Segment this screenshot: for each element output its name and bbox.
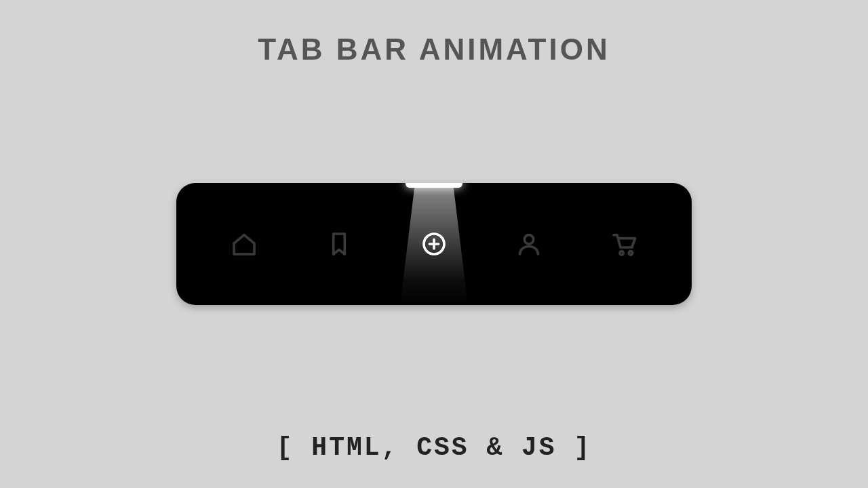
svg-point-4: [620, 251, 623, 255]
tab-bar: [176, 183, 692, 305]
user-icon: [513, 228, 545, 260]
tab-profile[interactable]: [481, 183, 576, 305]
page-subtitle: [ HTML, CSS & JS ]: [0, 433, 868, 462]
tab-home[interactable]: [197, 183, 292, 305]
svg-point-3: [524, 235, 533, 244]
tab-bookmark[interactable]: [292, 183, 387, 305]
bookmark-icon: [323, 228, 355, 260]
svg-point-5: [629, 251, 632, 255]
cart-icon: [608, 228, 640, 260]
tab-add[interactable]: [387, 183, 481, 305]
plus-circle-icon: [418, 228, 450, 260]
page-title: TAB BAR ANIMATION: [0, 33, 868, 66]
home-icon: [228, 228, 260, 260]
tab-cart[interactable]: [576, 183, 671, 305]
